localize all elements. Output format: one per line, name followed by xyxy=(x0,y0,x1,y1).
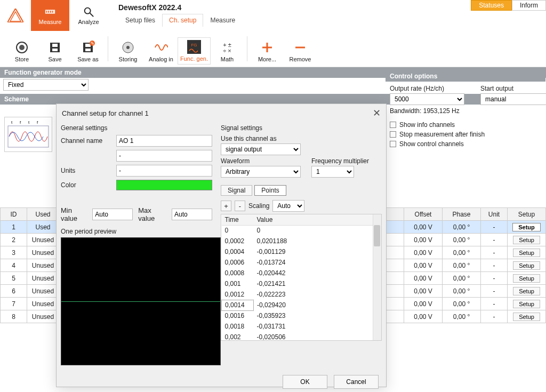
scheme-thumbnail[interactable]: tftf xyxy=(4,117,52,152)
setup-button[interactable]: Setup xyxy=(513,300,540,308)
setup-button[interactable]: Setup xyxy=(513,313,540,321)
col-setup[interactable]: Setup xyxy=(508,208,546,221)
point-row[interactable]: 0,0018-0,031731 xyxy=(222,321,382,332)
point-row[interactable]: 00 xyxy=(222,225,382,236)
point-row[interactable]: 0,0012-0,022223 xyxy=(222,289,382,300)
signal-header: Signal settings xyxy=(221,122,382,135)
setup-button[interactable]: Setup xyxy=(513,261,540,270)
point-row[interactable]: 0,0004-0,001129 xyxy=(222,246,382,257)
cancel-button[interactable]: Cancel xyxy=(334,375,379,389)
mode-analyze-label: Analyze xyxy=(78,19,99,25)
minus-icon xyxy=(293,41,307,54)
start-output-select[interactable]: manual xyxy=(480,93,546,105)
scaling-select[interactable]: Auto xyxy=(272,200,304,212)
period-preview xyxy=(61,237,221,365)
tool-save-as[interactable]: ✎ Save as xyxy=(71,38,105,65)
tool-analog-in[interactable]: Analog in xyxy=(144,38,178,65)
tool-more[interactable]: More... xyxy=(251,38,284,65)
close-icon[interactable]: ✕ xyxy=(373,107,381,119)
bandwidth-label: Bandwidth: 1953,125 Hz xyxy=(386,107,545,119)
channel-desc-input[interactable] xyxy=(116,150,212,162)
points-scrollbar[interactable] xyxy=(373,214,381,340)
svg-line-8 xyxy=(90,13,93,17)
svg-rect-4 xyxy=(48,11,49,13)
control-title: Control options xyxy=(386,71,545,82)
tab-setup-files[interactable]: Setup files xyxy=(118,14,162,27)
ok-button[interactable]: OK xyxy=(283,375,327,389)
general-header: General settings xyxy=(61,122,212,135)
tool-save[interactable]: Save xyxy=(38,38,71,65)
fg-mode-select[interactable]: Fixed xyxy=(3,79,89,91)
freq-mult-select[interactable]: 1 xyxy=(311,166,354,178)
point-row[interactable]: 0,0014-0,029420 xyxy=(222,300,382,310)
save-icon xyxy=(48,41,62,54)
output-rate-select[interactable]: 5000 xyxy=(390,93,464,105)
points-grid: Time Value 000,00020,02011880,0004-0,001… xyxy=(221,214,382,341)
tab-signal[interactable]: Signal xyxy=(221,185,252,196)
svg-rect-13 xyxy=(52,49,58,51)
setup-button[interactable]: Setup xyxy=(513,287,540,295)
col-offset[interactable]: Offset xyxy=(404,208,443,221)
tab-measure[interactable]: Measure xyxy=(203,14,242,27)
check-show-control[interactable] xyxy=(390,141,396,147)
func-gen-icon: FG xyxy=(187,40,201,54)
svg-text:÷ ×: ÷ × xyxy=(223,47,231,54)
units-input[interactable] xyxy=(116,165,212,177)
tool-store[interactable]: Store xyxy=(5,38,38,65)
tool-math[interactable]: + ±÷ × Math xyxy=(211,38,244,65)
point-row[interactable]: 0,0008-0,020442 xyxy=(222,268,382,278)
svg-text:t: t xyxy=(11,120,13,125)
setup-button[interactable]: Setup xyxy=(513,249,540,257)
col-value[interactable]: Value xyxy=(254,214,382,225)
mode-measure-label: Measure xyxy=(39,19,62,25)
check-stop-after[interactable] xyxy=(390,131,396,138)
preview-label: One period preview xyxy=(61,228,212,235)
max-value-input[interactable] xyxy=(172,209,212,220)
svg-point-10 xyxy=(19,45,25,50)
check-show-info[interactable] xyxy=(390,122,396,128)
col-unit[interactable]: Unit xyxy=(481,208,508,221)
channel-name-input[interactable] xyxy=(116,135,212,147)
setup-button[interactable]: Setup xyxy=(513,274,540,283)
svg-rect-12 xyxy=(52,44,58,47)
setup-button[interactable]: Setup xyxy=(513,236,540,244)
remove-point-button[interactable]: - xyxy=(235,201,245,211)
add-point-button[interactable]: + xyxy=(221,201,231,211)
color-swatch[interactable] xyxy=(116,180,212,190)
statuses-button[interactable]: Statuses xyxy=(471,0,512,11)
svg-rect-16 xyxy=(85,49,91,51)
inform-button[interactable]: Inform xyxy=(512,0,546,11)
use-as-select[interactable]: signal output xyxy=(221,143,301,155)
svg-rect-3 xyxy=(46,11,47,13)
svg-text:f: f xyxy=(20,120,21,125)
tool-storing[interactable]: Storing xyxy=(111,38,144,65)
col-time[interactable]: Time xyxy=(222,214,254,225)
point-row[interactable]: 0,0016-0,035923 xyxy=(222,310,382,321)
tab-points[interactable]: Points xyxy=(254,185,286,196)
tab-ch-setup[interactable]: Ch. setup xyxy=(162,14,203,27)
tool-remove[interactable]: Remove xyxy=(284,38,317,65)
col-phase[interactable]: Phase xyxy=(443,208,481,221)
mode-analyze[interactable]: Analyze xyxy=(69,0,108,31)
min-value-input[interactable] xyxy=(92,209,133,220)
svg-point-7 xyxy=(85,8,91,14)
point-row[interactable]: 0,001-0,021421 xyxy=(222,278,382,289)
record-icon xyxy=(15,41,29,54)
tool-func-gen[interactable]: FG Func. gen. xyxy=(178,37,211,65)
app-logo xyxy=(0,0,31,31)
plus-icon xyxy=(260,41,274,54)
col-used[interactable]: Used xyxy=(27,208,59,221)
svg-marker-1 xyxy=(10,12,21,21)
channel-setup-dialog: Channel setup for channel 1 ✕ General se… xyxy=(56,103,387,387)
waveform-select[interactable]: Arbitrary xyxy=(221,166,301,178)
svg-text:f: f xyxy=(37,120,38,125)
setup-button[interactable]: Setup xyxy=(512,223,541,231)
start-output-label: Start output xyxy=(480,85,546,92)
svg-point-20 xyxy=(126,46,130,49)
point-row[interactable]: 0,00020,0201188 xyxy=(222,236,382,246)
point-row[interactable]: 0,0006-0,013724 xyxy=(222,257,382,268)
point-row[interactable]: 0,002-0,020506 xyxy=(222,332,382,341)
mode-measure[interactable]: Measure xyxy=(31,0,69,31)
output-rate-label: Output rate (Hz/ch) xyxy=(390,85,464,92)
col-id[interactable]: ID xyxy=(1,208,27,221)
